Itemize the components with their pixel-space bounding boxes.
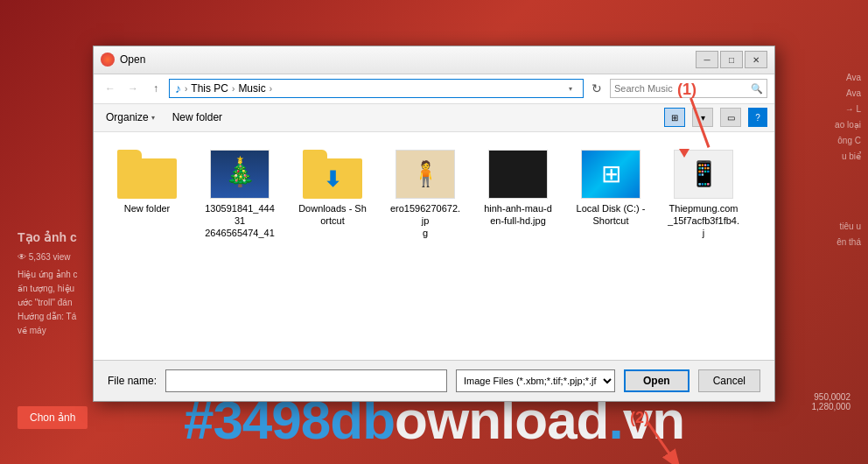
path-this-pc: This PC [191,82,228,95]
new-folder-button[interactable]: New folder [167,109,228,125]
view-dropdown-button[interactable]: ▾ [692,108,713,127]
toolbar: Organize ▾ New folder ⊞ ▾ ▭ ? [94,104,774,132]
back-button[interactable]: ← [101,79,120,98]
forward-button[interactable]: → [123,79,143,98]
path-sep-2: › [232,84,234,94]
xmas-thumbnail: ★ 🎄 [210,150,270,199]
path-sep-1: › [185,84,187,94]
list-item[interactable]: ⬇ Downloads - Shortcut [293,146,372,244]
windows-thumbnail: ⊞ [581,150,640,199]
file-label: 130591841_444312646565474_41654678432645… [204,202,276,241]
help-button[interactable]: ? [748,108,767,127]
up-button[interactable]: ↑ [146,79,165,98]
preview-pane-button[interactable]: ▭ [720,108,741,127]
title-bar-controls: ─ □ ✕ [696,51,767,68]
phone-thumbnail: 📱 [674,150,733,199]
close-button[interactable]: ✕ [745,51,767,68]
address-path[interactable]: ♪ › This PC › Music › ▾ [169,79,584,98]
file-label: New folder [124,202,171,214]
file-label: hinh-anh-mau-den-full-hd.jpg [484,202,552,228]
open-button[interactable]: Open [624,369,690,392]
view-large-icons-button[interactable]: ⊞ [664,108,685,127]
search-input[interactable] [614,83,751,94]
cancel-button[interactable]: Cancel [698,369,760,392]
open-dialog: Open ─ □ ✕ ← → ↑ ♪ › This PC › Music › ▾… [93,46,775,402]
music-icon: ♪ [175,81,181,95]
filename-input[interactable] [165,369,447,392]
person-icon: 🧍 [410,159,441,188]
file-area: New folder ★ 🎄 130591841_444312646565474… [94,132,774,360]
file-label: ero1596270672.jpg [389,202,461,240]
file-label: Thiepmung.com_15f7acfb3f1fb4.jpg [668,202,739,241]
dialog-overlay: Open ─ □ ✕ ← → ↑ ♪ › This PC › Music › ▾… [0,0,868,464]
filename-label: File name: [108,375,157,387]
path-sep-3: › [270,84,272,94]
list-item[interactable]: hinh-anh-mau-den-full-hd.jpg [479,146,557,244]
new-folder-label: New folder [172,111,222,123]
organize-label: Organize [106,111,149,123]
maximize-button[interactable]: □ [720,51,743,68]
address-bar: ← → ↑ ♪ › This PC › Music › ▾ ↻ 🔍 [94,74,774,104]
tree-icon: 🎄 [225,159,256,188]
list-item[interactable]: ⊞ Local Disk (C:) - Shortcut [571,146,650,244]
bottom-bar: File name: Image Files (*.xbm;*.tif;*.pj… [94,360,774,401]
search-box[interactable]: 🔍 [610,79,767,98]
search-icon: 🔍 [751,83,763,95]
black-thumbnail [488,150,548,199]
list-item[interactable]: 🧍 ero1596270672.jpg [386,146,465,244]
list-item[interactable]: New folder [108,146,186,244]
file-label: Downloads - Shortcut [297,202,368,228]
dialog-icon [101,53,115,67]
path-dropdown-button[interactable]: ▾ [564,81,578,95]
file-label: Local Disk (C:) - Shortcut [575,202,647,228]
minimize-button[interactable]: ─ [696,51,718,68]
windows-icon: ⊞ [601,159,621,188]
folder-icon [117,150,177,199]
refresh-button[interactable]: ↻ [587,79,606,98]
dialog-title: Open [120,53,696,66]
star-icon: ★ [236,154,244,164]
filetype-select[interactable]: Image Files (*.xbm;*.tif;*.pjp;*.jf [456,369,615,392]
list-item[interactable]: 📱 Thiepmung.com_15f7acfb3f1fb4.jpg [664,146,743,244]
organize-button[interactable]: Organize ▾ [101,109,160,125]
phone-icon: 📱 [689,159,719,188]
download-arrow-icon: ⬇ [324,167,341,192]
person-thumbnail: 🧍 [396,150,455,199]
list-item[interactable]: ★ 🎄 130591841_444312646565474_4165467843… [200,146,279,244]
organize-dropdown-icon: ▾ [151,114,155,122]
path-music: Music [238,82,265,95]
downloads-folder-icon: ⬇ [303,150,362,199]
title-bar: Open ─ □ ✕ [94,46,774,74]
